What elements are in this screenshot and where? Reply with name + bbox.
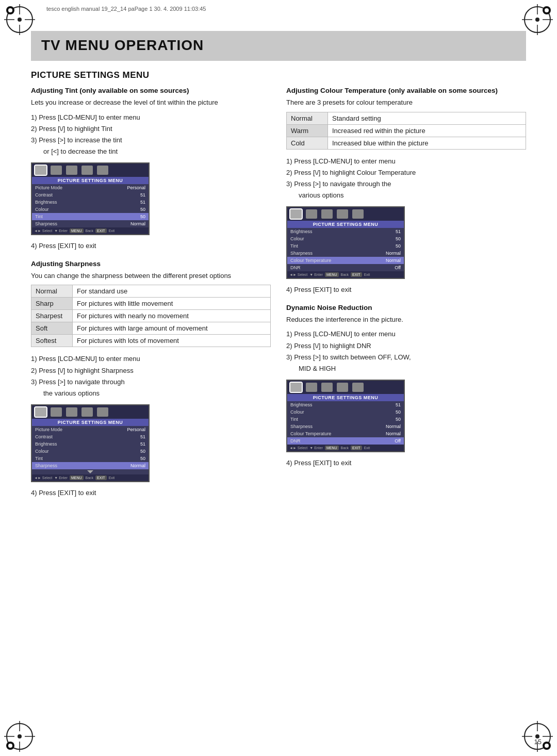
sharpness-preset-softest: Softest For pictures with lots of moveme… (31, 335, 271, 347)
tint-step-3b: or [<] to decrease the tint (43, 146, 271, 157)
sharpness-desc-softest: For pictures with lots of movement (73, 335, 271, 347)
sharpness-steps: 1) Press [LCD-MENU] to enter menu 2) Pre… (31, 353, 271, 399)
screen3-row-4: SharpnessNormal (287, 250, 404, 257)
page-title: TV MENU OPERATION (41, 37, 516, 54)
tint-title: Adjusting Tint (only available on some s… (31, 87, 271, 94)
screen1-icon-2 (51, 166, 62, 175)
sharpness-opt-soft: Soft (31, 322, 73, 335)
screen3-row-3: Tint50 (287, 242, 404, 250)
ct-step-1: 1) Press [LCD-MENU] to enter menu (286, 156, 526, 167)
screen4-footer: ◄► Select ▼ Enter MENU Back EXIT Exit (287, 445, 404, 451)
sharpness-section: Adjusting Sharpness You can change the s… (31, 260, 271, 499)
sharpness-opt-softest: Softest (31, 335, 73, 347)
screen1-footer: ◄► Select ▼ Enter MENU Back EXIT Exit (32, 227, 149, 234)
sharpness-preset-table: Normal For standard use Sharp For pictur… (31, 285, 271, 347)
screen4-icon-1 (290, 383, 302, 392)
tint-step4: 4) Press [EXIT] to exit (31, 240, 271, 252)
ct-preset-cold: Cold Increased blue within the picture (287, 137, 526, 149)
ct-preset-warm: Warm Increased red within the picture (287, 124, 526, 137)
ct-step-3b: various options (299, 190, 526, 201)
screen4-row-5: Colour TemperatureNormal (287, 430, 404, 437)
screen3-icon-4 (337, 209, 348, 219)
left-column: Adjusting Tint (only available on some s… (31, 87, 271, 504)
screen2-icon-5 (97, 407, 108, 417)
screen3-icon-1 (290, 209, 302, 219)
dnr-screen-mockup: PICTURE SETTINGS MENU Brightness51 Colou… (286, 380, 405, 452)
ct-preset-normal: Normal Standard setting (287, 112, 526, 124)
tint-step-3a: 3) Press [>] to increase the tint (31, 135, 271, 146)
screen2-icon-3 (66, 407, 77, 417)
sharpness-step4: 4) Press [EXIT] to exit (31, 487, 271, 499)
dnr-title: Dynamic Noise Reduction (286, 304, 526, 311)
screen1-menu-title: PICTURE SETTINGS MENU (32, 177, 149, 184)
screen4-icon-2 (306, 383, 317, 392)
screen1-icons-row (32, 163, 149, 177)
ct-desc-warm: Increased red within the picture (328, 124, 526, 137)
tint-step4-text: 4) Press [EXIT] to exit (31, 240, 271, 252)
screen1-row-6: SharpnessNormal (32, 220, 149, 227)
screen3-row-5: Colour TemperatureNormal (287, 257, 404, 264)
screen1-row-1: Picture ModePersonal (32, 184, 149, 191)
colour-temp-screen-mockup: PICTURE SETTINGS MENU Brightness51 Colou… (286, 206, 405, 279)
sharpness-step-3a: 3) Press [>] to navigate through (31, 376, 271, 388)
sharpness-desc-sharp: For pictures with little movement (73, 298, 271, 310)
screen4-icon-3 (321, 383, 333, 392)
sharpness-body: You can change the sharpness between the… (31, 271, 271, 281)
screen1-row-3: Brightness51 (32, 199, 149, 206)
screen1-icon-3 (66, 166, 77, 175)
corner-mark-bl (4, 721, 35, 752)
right-column: Adjusting Colour Temperature (only avail… (286, 87, 526, 504)
screen4-icon-5 (352, 383, 364, 392)
sharpness-desc-normal: For standard use (73, 285, 271, 298)
screen2-icon-2 (51, 407, 62, 417)
svg-point-31 (545, 744, 549, 748)
section-header: PICTURE SETTINGS MENU (31, 70, 526, 80)
screen1-row-4: Colour50 (32, 206, 149, 213)
ct-step-2: 2) Press [\/] to highlight Colour Temper… (286, 167, 526, 178)
colour-temp-title: Adjusting Colour Temperature (only avail… (286, 87, 526, 94)
sharpness-step-2: 2) Press [\/] to highlight Sharpness (31, 365, 271, 376)
screen2-icon-4 (81, 407, 93, 417)
header-bar: tesco english manual 19_22_14 paPage 1 3… (0, 0, 557, 18)
dnr-step4-text: 4) Press [EXIT] to exit (286, 457, 526, 469)
page-number: 15 (534, 738, 542, 746)
svg-marker-32 (87, 470, 93, 473)
screen2-footer: ◄► Select ▼ Enter MENU Back EXIT Exit (32, 474, 149, 481)
sharpness-opt-sharp: Sharp (31, 298, 73, 310)
screen2-icons-row (32, 405, 149, 419)
dnr-body: Reduces the interference in the picture. (286, 315, 526, 325)
sharpness-opt-normal: Normal (31, 285, 73, 298)
screen4-icon-4 (337, 383, 348, 392)
sharpness-preset-soft: Soft For pictures with large amount of m… (31, 322, 271, 335)
ct-opt-cold: Cold (287, 137, 328, 149)
screen1-icon-4 (81, 166, 93, 175)
dnr-step-1: 1) Press [LCD-MENU] to enter menu (286, 328, 526, 340)
corner-mark-br (522, 721, 553, 752)
screen3-icons-row (287, 207, 404, 221)
svg-point-17 (18, 734, 22, 738)
screen1-icon-5 (97, 166, 108, 175)
tint-step-1: 1) Press [LCD-MENU] to enter menu (31, 112, 271, 123)
sharpness-desc-sharpest: For pictures with nearly no movement (73, 310, 271, 322)
screen4-row-1: Brightness51 (287, 401, 404, 408)
colour-temp-title-text: Adjusting Colour Temperature (only avail… (286, 87, 498, 94)
screen1-icon-1 (35, 166, 46, 175)
dnr-step-3a: 3) Press [>] to switch between OFF, LOW, (286, 352, 526, 363)
screen4-row-6: DNROff (287, 437, 404, 445)
screen2-row-1: Picture ModePersonal (32, 426, 149, 433)
ct-opt-warm: Warm (287, 124, 328, 137)
tint-body: Lets you increase or decrease the level … (31, 97, 271, 108)
screen4-row-3: Tint50 (287, 416, 404, 423)
header-text: tesco english manual 19_22_14 paPage 1 3… (46, 6, 206, 12)
tint-screen-mockup: PICTURE SETTINGS MENU Picture ModePerson… (31, 162, 150, 235)
svg-point-1 (18, 18, 22, 22)
sharpness-step-1: 1) Press [LCD-MENU] to enter menu (31, 353, 271, 365)
sharpness-preset-sharp: Sharp For pictures with little movement (31, 298, 271, 310)
screen3-icon-5 (352, 209, 364, 219)
colour-temp-preset-table: Normal Standard setting Warm Increased r… (286, 112, 526, 150)
ct-desc-normal: Standard setting (328, 112, 526, 124)
sharpness-step4-text: 4) Press [EXIT] to exit (31, 487, 271, 499)
two-column-layout: Adjusting Tint (only available on some s… (31, 87, 526, 504)
ct-step4-text: 4) Press [EXIT] to exit (286, 284, 526, 295)
dnr-steps: 1) Press [LCD-MENU] to enter menu 2) Pre… (286, 328, 526, 374)
